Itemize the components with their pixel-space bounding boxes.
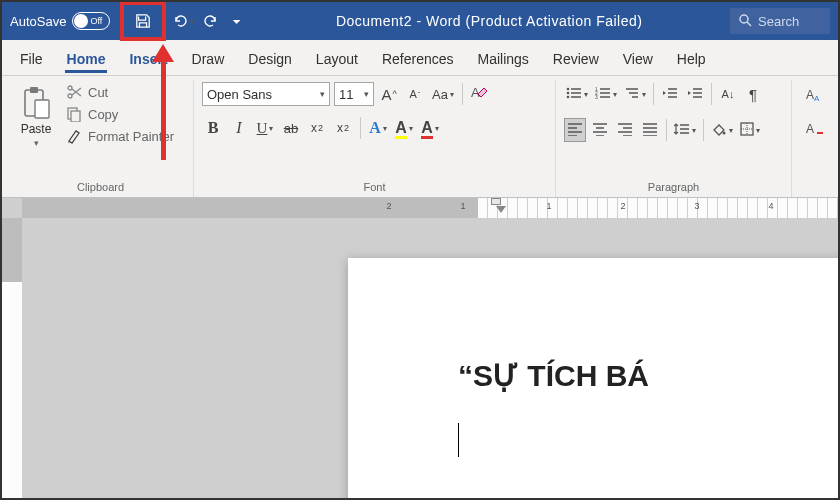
separator — [462, 83, 463, 105]
search-label: Search — [758, 14, 799, 29]
indent-icon — [687, 86, 703, 103]
outdent-icon — [662, 86, 678, 103]
align-left-button[interactable] — [564, 118, 586, 142]
toggle-knob — [74, 14, 88, 28]
style-more-button[interactable]: A — [804, 118, 826, 142]
paste-icon — [21, 86, 51, 120]
styles-icon: AA — [806, 87, 824, 106]
sort-button[interactable]: A↓ — [717, 82, 739, 106]
styles-button[interactable]: AA — [804, 84, 826, 108]
increase-indent-button[interactable] — [684, 82, 706, 106]
borders-button[interactable]: ▾ — [738, 118, 762, 142]
clear-formatting-button[interactable]: A — [469, 82, 491, 106]
format-painter-label: Format Painter — [88, 129, 174, 144]
document-heading: “SỰ TÍCH BÁ — [458, 358, 840, 393]
tab-layout[interactable]: Layout — [304, 43, 370, 75]
group-clipboard: Paste ▾ Cut Copy — [8, 80, 194, 197]
font-size-combo[interactable]: 11▾ — [334, 82, 374, 106]
grow-font-button[interactable]: A^ — [378, 82, 400, 106]
tab-draw[interactable]: Draw — [180, 43, 237, 75]
shrink-font-button[interactable]: Aˇ — [404, 82, 426, 106]
ribbon: Paste ▾ Cut Copy — [2, 76, 838, 198]
highlight-button[interactable]: A▾ — [393, 116, 415, 140]
align-right-button[interactable] — [614, 118, 636, 142]
toggle-switch[interactable]: Off — [72, 12, 110, 30]
customize-qat-button[interactable]: ⏷ — [226, 9, 248, 33]
copy-button[interactable]: Copy — [66, 106, 174, 122]
group-font-label: Font — [202, 179, 547, 197]
group-paragraph-label: Paragraph — [564, 179, 783, 197]
font-name-combo[interactable]: Open Sans▾ — [202, 82, 330, 106]
align-left-icon — [567, 122, 583, 139]
text-cursor — [458, 423, 459, 457]
format-painter-button[interactable]: Format Painter — [66, 128, 174, 144]
chevron-down-icon: ▾ — [34, 138, 39, 148]
search-box[interactable]: Search — [730, 8, 830, 34]
align-center-icon — [592, 122, 608, 139]
hanging-indent-marker[interactable] — [496, 206, 506, 213]
borders-icon — [740, 122, 754, 139]
show-marks-button[interactable]: ¶ — [742, 82, 764, 106]
group-paragraph: ▾ 123▾ ▾ A↓ ¶ ▾ ▾ ▾ Para — [556, 80, 792, 197]
italic-button[interactable]: I — [228, 116, 250, 140]
paste-label: Paste — [21, 122, 52, 136]
pilcrow-icon: ¶ — [749, 86, 757, 103]
separator — [703, 119, 704, 141]
svg-point-15 — [723, 131, 726, 134]
tab-mailings[interactable]: Mailings — [466, 43, 541, 75]
brush-icon — [66, 128, 82, 144]
bullets-button[interactable]: ▾ — [564, 82, 590, 106]
svg-point-0 — [740, 15, 748, 23]
separator — [666, 119, 667, 141]
cut-button[interactable]: Cut — [66, 84, 174, 100]
svg-text:A: A — [471, 85, 480, 100]
document-area: 21 12345 “SỰ TÍCH BÁ — [2, 198, 838, 498]
scissors-icon — [66, 84, 82, 100]
bucket-icon — [711, 122, 727, 139]
svg-rect-7 — [71, 111, 80, 122]
strikethrough-button[interactable]: ab — [280, 116, 302, 140]
copy-icon — [66, 106, 82, 122]
horizontal-ruler[interactable]: 21 12345 — [22, 198, 838, 218]
tab-design[interactable]: Design — [236, 43, 304, 75]
subscript-button[interactable]: x2 — [306, 116, 328, 140]
decrease-indent-button[interactable] — [659, 82, 681, 106]
svg-rect-3 — [35, 100, 49, 118]
tab-insert[interactable]: Insert — [117, 43, 179, 75]
first-line-indent-marker[interactable] — [491, 198, 501, 205]
bold-button[interactable]: B — [202, 116, 224, 140]
superscript-button[interactable]: x2 — [332, 116, 354, 140]
vertical-ruler[interactable] — [2, 218, 22, 498]
svg-point-5 — [68, 86, 72, 90]
undo-button[interactable]: ▾ — [170, 9, 196, 33]
tab-references[interactable]: References — [370, 43, 466, 75]
save-button[interactable] — [120, 1, 166, 41]
align-right-icon — [617, 122, 633, 139]
justify-icon — [642, 122, 658, 139]
change-case-button[interactable]: Aa▾ — [430, 82, 456, 106]
group-font: Open Sans▾ 11▾ A^ Aˇ Aa▾ A B I U▾ ab x2 … — [194, 80, 556, 197]
tab-home[interactable]: Home — [55, 43, 118, 75]
autosave-toggle[interactable]: AutoSave Off — [10, 12, 110, 30]
cut-label: Cut — [88, 85, 108, 100]
tab-file[interactable]: File — [8, 43, 55, 75]
tab-review[interactable]: Review — [541, 43, 611, 75]
tab-view[interactable]: View — [611, 43, 665, 75]
document-page[interactable]: “SỰ TÍCH BÁ — [348, 258, 840, 500]
numbering-icon: 123 — [595, 86, 611, 103]
justify-button[interactable] — [639, 118, 661, 142]
tab-help[interactable]: Help — [665, 43, 718, 75]
numbering-button[interactable]: 123▾ — [593, 82, 619, 106]
shading-button[interactable]: ▾ — [709, 118, 735, 142]
style-more-icon: A — [806, 121, 824, 140]
separator — [711, 83, 712, 105]
redo-button[interactable] — [200, 9, 222, 33]
font-color-button[interactable]: A▾ — [419, 116, 441, 140]
underline-button[interactable]: U▾ — [254, 116, 276, 140]
paste-button[interactable]: Paste ▾ — [16, 82, 56, 179]
align-center-button[interactable] — [589, 118, 611, 142]
eraser-a-icon: A — [471, 85, 489, 104]
text-effects-button[interactable]: A▾ — [367, 116, 389, 140]
line-spacing-button[interactable]: ▾ — [672, 118, 698, 142]
multilevel-button[interactable]: ▾ — [622, 82, 648, 106]
